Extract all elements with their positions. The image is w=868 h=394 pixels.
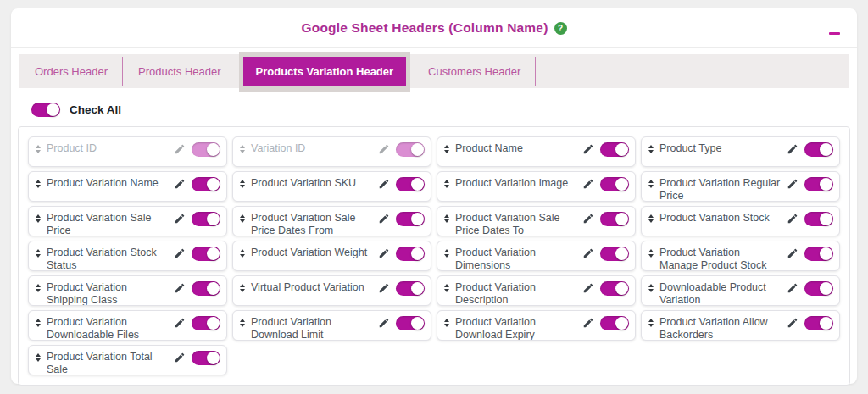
sort-handle-icon[interactable] [36,319,41,327]
sort-handle-icon[interactable] [240,249,245,258]
sort-handle-icon[interactable] [240,214,245,223]
sort-handle-icon[interactable] [36,214,41,223]
header-item-product-variation-dimensions[interactable]: Product Variation Dimensions [437,241,636,271]
edit-pencil-icon[interactable] [582,247,594,259]
sort-handle-icon[interactable] [648,284,654,292]
edit-pencil-icon[interactable] [378,213,390,225]
edit-pencil-icon[interactable] [787,178,798,190]
help-icon[interactable]: ? [554,22,567,35]
collapse-icon[interactable] [829,32,840,35]
sort-handle-icon[interactable] [36,353,41,362]
header-item-product-variation-weight[interactable]: Product Variation Weight [232,241,431,271]
sort-handle-icon[interactable] [444,284,449,292]
header-item-product-variation-sku[interactable]: Product Variation SKU [232,171,431,202]
edit-pencil-icon[interactable] [378,317,390,329]
edit-pencil-icon[interactable] [378,247,390,259]
header-item-downloadable-product-variation[interactable]: Downloadable Product Variation [641,275,840,306]
header-item-toggle[interactable] [600,177,629,191]
header-item-product-id[interactable]: Product ID [28,136,227,167]
tab-products-variation-header[interactable]: Products Variation Header [243,57,407,86]
header-item-toggle[interactable] [192,142,220,157]
header-item-toggle[interactable] [192,212,220,226]
header-item-toggle[interactable] [804,316,833,330]
header-item-product-variation-sale-price-dates-from[interactable]: Product Variation Sale Price Dates From [232,206,431,236]
header-item-product-type[interactable]: Product Type [641,136,840,167]
header-item-virtual-product-variation[interactable]: Virtual Product Variation [232,275,431,306]
edit-pencil-icon[interactable] [174,178,186,190]
edit-pencil-icon[interactable] [378,143,390,155]
header-item-toggle[interactable] [396,212,425,226]
header-item-product-variation-stock-status[interactable]: Product Variation Stock Status [28,241,227,271]
edit-pencil-icon[interactable] [582,317,594,329]
tab-orders-header[interactable]: Orders Header [19,54,123,88]
header-item-toggle[interactable] [396,247,425,261]
header-item-toggle[interactable] [192,177,220,191]
sort-handle-icon[interactable] [36,145,41,153]
header-item-product-variation-downloadable-files[interactable]: Product Variation Downloadable Files [28,310,227,341]
sort-handle-icon[interactable] [648,214,654,223]
edit-pencil-icon[interactable] [582,213,594,225]
header-item-toggle[interactable] [600,316,629,330]
header-item-product-variation-total-sale[interactable]: Product Variation Total Sale [28,345,227,375]
sort-handle-icon[interactable] [36,249,41,258]
edit-pencil-icon[interactable] [787,317,798,329]
edit-pencil-icon[interactable] [174,247,186,259]
edit-pencil-icon[interactable] [787,247,798,259]
edit-pencil-icon[interactable] [174,143,186,155]
sort-handle-icon[interactable] [648,180,654,188]
sort-handle-icon[interactable] [648,319,654,327]
edit-pencil-icon[interactable] [582,282,594,294]
sort-handle-icon[interactable] [240,145,245,153]
tab-products-header[interactable]: Products Header [123,54,236,88]
header-item-toggle[interactable] [396,316,425,330]
header-item-toggle[interactable] [600,281,629,296]
sort-handle-icon[interactable] [240,284,245,292]
header-item-toggle[interactable] [192,351,220,365]
edit-pencil-icon[interactable] [174,213,186,225]
header-item-toggle[interactable] [804,142,833,157]
header-item-toggle[interactable] [396,177,425,191]
header-item-product-variation-name[interactable]: Product Variation Name [28,171,227,202]
header-item-product-name[interactable]: Product Name [437,136,636,167]
header-item-toggle[interactable] [396,142,425,157]
header-item-product-variation-description[interactable]: Product Variation Description [437,275,636,306]
header-item-product-variation-image[interactable]: Product Variation Image [437,171,636,202]
header-item-product-variation-download-limit[interactable]: Product Variation Download Limit [232,310,431,341]
header-item-product-variation-shipping-class[interactable]: Product Variation Shipping Class [28,275,227,306]
header-item-toggle[interactable] [192,247,220,261]
sort-handle-icon[interactable] [444,249,449,258]
sort-handle-icon[interactable] [648,249,654,258]
header-item-toggle[interactable] [804,247,833,261]
sort-handle-icon[interactable] [444,214,449,223]
edit-pencil-icon[interactable] [174,352,186,363]
sort-handle-icon[interactable] [36,284,41,292]
header-item-toggle[interactable] [396,281,425,296]
sort-handle-icon[interactable] [444,180,449,188]
header-item-product-variation-sale-price[interactable]: Product Variation Sale Price [28,206,227,236]
edit-pencil-icon[interactable] [787,213,798,225]
sort-handle-icon[interactable] [240,319,245,327]
edit-pencil-icon[interactable] [378,282,390,294]
header-item-toggle[interactable] [600,142,629,157]
header-item-toggle[interactable] [600,247,629,261]
sort-handle-icon[interactable] [36,180,41,188]
check-all-toggle[interactable] [31,103,60,117]
header-item-product-variation-download-expiry[interactable]: Product Variation Download Expiry [437,310,636,341]
edit-pencil-icon[interactable] [174,282,186,294]
edit-pencil-icon[interactable] [582,143,594,155]
edit-pencil-icon[interactable] [787,143,798,155]
edit-pencil-icon[interactable] [174,317,186,329]
header-item-toggle[interactable] [804,212,833,226]
header-item-product-variation-sale-price-dates-to[interactable]: Product Variation Sale Price Dates To [437,206,636,236]
sort-handle-icon[interactable] [240,180,245,188]
header-item-variation-id[interactable]: Variation ID [232,136,431,167]
edit-pencil-icon[interactable] [787,282,798,294]
edit-pencil-icon[interactable] [582,178,594,190]
header-item-product-variation-stock[interactable]: Product Variation Stock [641,206,840,236]
header-item-toggle[interactable] [804,281,833,296]
header-item-product-variation-manage-product-stock[interactable]: Product Variation Manage Product Stock [641,241,840,271]
edit-pencil-icon[interactable] [378,178,390,190]
sort-handle-icon[interactable] [444,145,449,153]
header-item-toggle[interactable] [192,281,220,296]
header-item-toggle[interactable] [600,212,629,226]
